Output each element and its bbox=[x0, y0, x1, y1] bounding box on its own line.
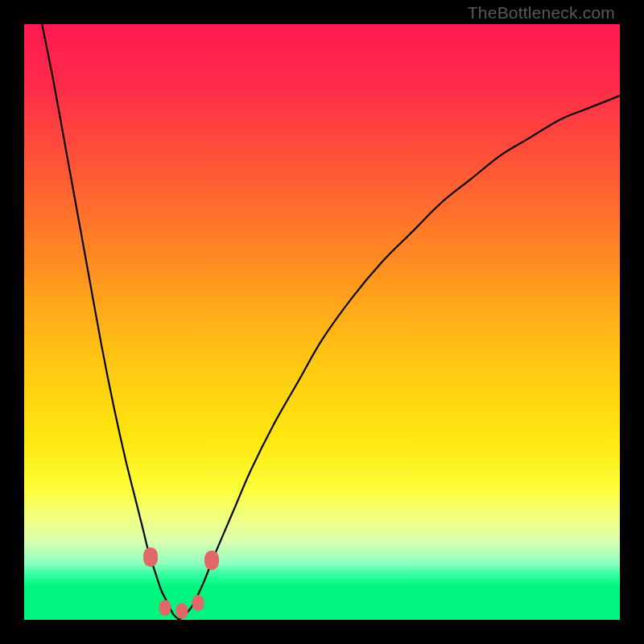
data-marker bbox=[192, 595, 204, 611]
data-marker bbox=[204, 551, 219, 570]
curve-left-branch bbox=[42, 24, 179, 620]
curve-layer bbox=[24, 24, 620, 620]
watermark-text: TheBottleneck.com bbox=[468, 3, 615, 23]
data-marker bbox=[176, 603, 188, 619]
plot-area bbox=[24, 24, 620, 620]
outer-frame: TheBottleneck.com bbox=[0, 0, 644, 644]
data-marker bbox=[159, 600, 171, 616]
curve-right-branch bbox=[179, 96, 620, 620]
data-marker bbox=[143, 547, 158, 567]
